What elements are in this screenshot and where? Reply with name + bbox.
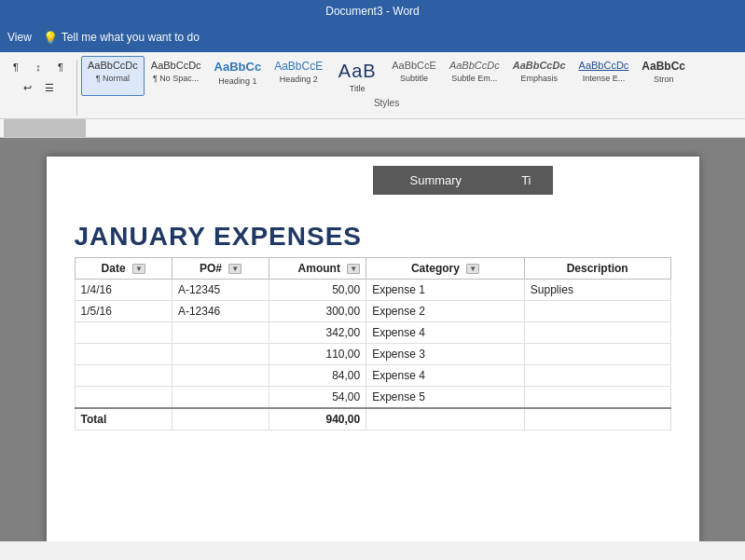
table-row: 1/4/16 A-12345 50,00 Expense 1 Supplies bbox=[75, 280, 670, 301]
ruler-margin-left bbox=[4, 119, 86, 137]
style-nospace-label: ¶ No Spac... bbox=[153, 74, 199, 83]
row-3-category: Expense 3 bbox=[366, 344, 525, 365]
style-normal[interactable]: AaBbCcDc ¶ Normal bbox=[81, 56, 145, 96]
title-bar-text: Document3 - Word bbox=[325, 5, 419, 18]
ribbon-divider-1 bbox=[76, 60, 77, 116]
style-h2-label: Heading 2 bbox=[280, 75, 318, 84]
row-0-desc: Supplies bbox=[524, 280, 670, 301]
amount-filter-button[interactable]: ▼ bbox=[347, 264, 360, 274]
row-5-category: Expense 5 bbox=[366, 387, 525, 409]
row-5-amount: 54,00 bbox=[269, 387, 366, 409]
row-0-po: A-12345 bbox=[172, 280, 269, 301]
style-nospace[interactable]: AaBbCcDc ¶ No Spac... bbox=[145, 56, 208, 96]
row-4-category: Expense 4 bbox=[366, 365, 525, 387]
row-3-po bbox=[172, 344, 269, 365]
row-2-amount: 342,00 bbox=[269, 322, 366, 344]
style-intense-em[interactable]: AaBbCcDc Intense E... bbox=[573, 56, 636, 96]
table-total-row: Total 940,00 bbox=[75, 408, 670, 430]
title-bar: Document3 - Word bbox=[0, 0, 745, 22]
style-strong-label: Stron bbox=[654, 75, 674, 84]
row-1-date: 1/5/16 bbox=[75, 301, 172, 322]
style-subtitle-label: Subtitle bbox=[400, 74, 428, 83]
lightbulb-icon: 💡 bbox=[43, 31, 58, 45]
style-subtle-label: Subtle Em... bbox=[451, 74, 497, 83]
style-intense-preview: AaBbCcDc bbox=[579, 60, 629, 72]
style-subtitle-preview: AaBbCcE bbox=[392, 60, 436, 72]
style-heading1[interactable]: AaBbCc Heading 1 bbox=[208, 56, 269, 96]
document-area: Summary Ti JANUARY EXPENSES Date ▼ PO# ▼ bbox=[0, 138, 745, 541]
total-label: Total bbox=[75, 408, 172, 430]
col-po-label: PO# bbox=[200, 262, 222, 275]
ribbon-tools: ¶ ↕ ¶ ↩ ☰ bbox=[4, 56, 73, 99]
row-1-amount: 300,00 bbox=[269, 301, 366, 322]
table-row: 54,00 Expense 5 bbox=[75, 387, 670, 409]
row-2-desc bbox=[524, 322, 670, 344]
indent-button[interactable]: ☰ bbox=[39, 78, 60, 97]
tab-summary-label: Summary bbox=[410, 173, 462, 187]
document-page: Summary Ti JANUARY EXPENSES Date ▼ PO# ▼ bbox=[47, 157, 699, 541]
total-category bbox=[366, 408, 525, 430]
tab-tip-label: Ti bbox=[521, 173, 531, 187]
style-strong-preview: AaBbCc bbox=[642, 60, 685, 73]
style-emphasis-preview: AaBbCcDc bbox=[513, 60, 566, 72]
style-subtitle[interactable]: AaBbCcE Subtitle bbox=[385, 56, 443, 96]
po-filter-button[interactable]: ▼ bbox=[228, 264, 241, 274]
tell-me-text: Tell me what you want to do bbox=[62, 31, 200, 44]
ribbon-styles: ¶ ↕ ¶ ↩ ☰ AaBbCcDc ¶ Normal AaBbCcDc ¶ N… bbox=[0, 52, 745, 119]
col-header-date: Date ▼ bbox=[75, 258, 172, 280]
table-row: 84,00 Expense 4 bbox=[75, 365, 670, 387]
table-row: 1/5/16 A-12346 300,00 Expense 2 bbox=[75, 301, 670, 322]
pilcrow-button[interactable]: ¶ bbox=[50, 58, 71, 76]
total-desc bbox=[524, 408, 670, 430]
row-1-desc bbox=[524, 301, 670, 322]
sort-button[interactable]: ↕ bbox=[28, 58, 48, 76]
style-heading2[interactable]: AaBbCcE Heading 2 bbox=[268, 56, 329, 96]
row-5-desc bbox=[524, 387, 670, 409]
ribbon-top: View 💡 Tell me what you want to do bbox=[0, 22, 745, 52]
paragraph-marks-button[interactable]: ¶ bbox=[6, 58, 26, 76]
ruler-main bbox=[86, 119, 741, 137]
col-amount-label: Amount bbox=[298, 262, 340, 275]
row-4-amount: 84,00 bbox=[269, 365, 366, 387]
style-strong[interactable]: AaBbCc Stron bbox=[635, 56, 692, 96]
undo-button[interactable]: ↩ bbox=[17, 78, 37, 97]
row-3-amount: 110,00 bbox=[269, 344, 366, 365]
row-4-date bbox=[75, 365, 172, 387]
tab-tip[interactable]: Ti bbox=[499, 166, 553, 195]
col-header-category: Category ▼ bbox=[366, 258, 525, 280]
styles-section: AaBbCcDc ¶ Normal AaBbCcDc ¶ No Spac... … bbox=[81, 56, 692, 108]
date-filter-button[interactable]: ▼ bbox=[132, 264, 145, 274]
tell-me-box[interactable]: 💡 Tell me what you want to do bbox=[43, 31, 200, 45]
row-2-po bbox=[172, 322, 269, 344]
style-title-preview: AaB bbox=[338, 60, 377, 82]
col-header-description: Description bbox=[524, 258, 670, 280]
style-subtle-em[interactable]: AaBbCcDc Subtle Em... bbox=[443, 56, 506, 96]
col-desc-label: Description bbox=[567, 262, 628, 275]
col-header-po: PO# ▼ bbox=[172, 258, 269, 280]
col-date-label: Date bbox=[102, 262, 126, 275]
expense-table: Date ▼ PO# ▼ Amount ▼ Category ▼ bbox=[75, 257, 671, 430]
styles-row: AaBbCcDc ¶ Normal AaBbCcDc ¶ No Spac... … bbox=[81, 56, 692, 96]
total-po bbox=[172, 408, 269, 430]
category-filter-button[interactable]: ▼ bbox=[466, 264, 479, 274]
expenses-title: JANUARY EXPENSES bbox=[75, 222, 671, 252]
row-0-date: 1/4/16 bbox=[75, 280, 172, 301]
row-0-amount: 50,00 bbox=[269, 280, 366, 301]
row-3-date bbox=[75, 344, 172, 365]
table-row: 342,00 Expense 4 bbox=[75, 322, 670, 344]
row-2-date bbox=[75, 322, 172, 344]
col-header-amount: Amount ▼ bbox=[269, 258, 366, 280]
style-intense-label: Intense E... bbox=[583, 74, 626, 83]
style-h1-label: Heading 1 bbox=[218, 76, 256, 86]
row-2-category: Expense 4 bbox=[366, 322, 525, 344]
table-row: 110,00 Expense 3 bbox=[75, 344, 670, 365]
tab-summary[interactable]: Summary bbox=[373, 166, 500, 195]
style-subtle-preview: AaBbCcDc bbox=[449, 60, 500, 72]
style-title[interactable]: AaB Title bbox=[329, 56, 385, 96]
view-tab[interactable]: View bbox=[7, 31, 32, 44]
document-tabs: Summary Ti bbox=[373, 166, 554, 195]
row-0-category: Expense 1 bbox=[366, 280, 525, 301]
row-5-date bbox=[75, 387, 172, 409]
row-1-category: Expense 2 bbox=[366, 301, 525, 322]
style-emphasis[interactable]: AaBbCcDc Emphasis bbox=[506, 56, 573, 96]
